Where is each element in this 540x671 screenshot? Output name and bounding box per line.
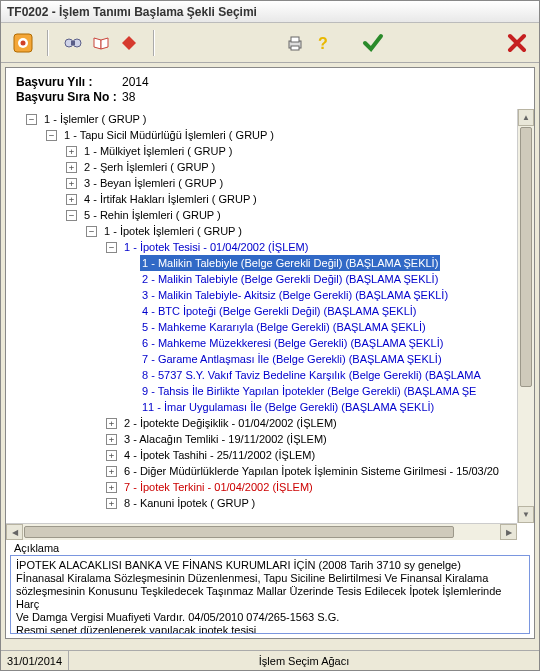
basvuru-yili-label: Başvuru Yılı : [16,75,120,89]
close-button[interactable] [503,29,531,57]
svg-rect-8 [291,46,299,50]
tree-item[interactable]: 3 - Malikin Talebiyle- Akitsiz (Belge Ge… [140,287,450,303]
expander[interactable]: − [46,130,57,141]
tree-item[interactable]: 2 - İpotekte Değişiklik - 01/04/2002 (İŞ… [122,415,339,431]
binoculars-icon [63,33,83,53]
tree-item[interactable]: 5 - Mahkeme Kararıyla (Belge Gerekli) (B… [140,319,428,335]
expander[interactable]: + [106,482,117,493]
horizontal-scrollbar[interactable]: ◀ ▶ [6,523,517,540]
expander[interactable]: + [66,178,77,189]
basvuru-sira-label: Başvuru Sıra No : [16,90,120,104]
description-line: sözleşmesinin Konusunu Teşkiledecek Taşı… [16,585,524,611]
expander[interactable]: − [26,114,37,125]
tree-item[interactable]: 4 - BTC İpoteği (Belge Gerekli Değil) (B… [140,303,419,319]
status-bar: 31/01/2014 İşlem Seçim Ağacı [1,650,539,670]
check-icon [362,32,384,54]
open-book-icon [91,33,111,53]
tree-item[interactable]: 8 - Kanuni İpotek ( GRUP ) [122,495,257,511]
status-date: 31/01/2014 [1,651,69,670]
search-button[interactable] [59,29,87,57]
tree-item[interactable]: 5 - Rehin İşlemleri ( GRUP ) [82,207,223,223]
tree-item[interactable]: 11 - İmar Uygulaması İle (Belge Gerekli)… [140,399,436,415]
svg-rect-5 [71,41,75,45]
tree-item[interactable]: 1 - Tapu Sicil Müdürlüğü İşlemleri ( GRU… [62,127,276,143]
tree-item-selected[interactable]: 1 - Malikin Talebiyle (Belge Gerekli Değ… [140,255,440,271]
close-icon [506,32,528,54]
description-line: İPOTEK ALACAKLISI BANKA VE FİNANS KURUML… [16,559,524,572]
tree-container: −1 - İşlemler ( GRUP ) −1 - Tapu Sicil M… [6,109,534,540]
book-button[interactable] [87,29,115,57]
scroll-right-button[interactable]: ▶ [500,524,517,540]
tree-item[interactable]: 3 - Alacağın Temliki - 19/11/2002 (İŞLEM… [122,431,329,447]
description-label: Açıklama [14,542,530,554]
tree-item[interactable]: 2 - Malikin Talebiyle (Belge Gerekli Değ… [140,271,440,287]
vertical-scrollbar[interactable]: ▲ ▼ [517,109,534,523]
help-button[interactable]: ? [309,29,337,57]
expander[interactable]: + [106,498,117,509]
tree-item[interactable]: 1 - İpotek İşlemleri ( GRUP ) [102,223,244,239]
tree-item[interactable]: 8 - 5737 S.Y. Vakıf Taviz Bedeline Karşı… [140,367,483,383]
content-panel: Başvuru Yılı : 2014 Başvuru Sıra No : 38… [5,67,535,639]
svg-text:?: ? [318,35,328,52]
tree-item[interactable]: 4 - İrtifak Hakları İşlemleri ( GRUP ) [82,191,259,207]
tree-item[interactable]: 1 - Mülkiyet İşlemleri ( GRUP ) [82,143,234,159]
separator [153,30,155,56]
print-button[interactable] [281,29,309,57]
expander[interactable]: + [66,162,77,173]
tree-item[interactable]: 7 - Garame Antlaşması İle (Belge Gerekli… [140,351,444,367]
separator [47,30,49,56]
tree-item[interactable]: 1 - İpotek Tesisi - 01/04/2002 (İŞLEM) [122,239,310,255]
header-fields: Başvuru Yılı : 2014 Başvuru Sıra No : 38 [6,68,534,109]
toolbar: ? [1,23,539,63]
scroll-up-button[interactable]: ▲ [518,109,534,126]
status-text: İşlem Seçim Ağacı [69,651,539,670]
expander[interactable]: + [66,146,77,157]
scroll-thumb[interactable] [520,127,532,387]
confirm-button[interactable] [359,29,387,57]
tree-item[interactable]: 4 - İpotek Tashihi - 25/11/2002 (İŞLEM) [122,447,317,463]
description-line: Ve Damga Vergisi Muafiyeti Vardır. 04/05… [16,611,524,624]
description-line: Fİnanasal Kiralama Sözleşmesinin Düzenle… [16,572,524,585]
svg-rect-7 [291,37,299,42]
tree-item[interactable]: 6 - Mahkeme Müzekkeresi (Belge Gerekli) … [140,335,445,351]
expander[interactable]: + [106,450,117,461]
diamond-icon [119,33,139,53]
app-icon-button[interactable] [9,29,37,57]
expander[interactable]: + [66,194,77,205]
svg-point-2 [21,40,26,45]
expander[interactable]: + [106,418,117,429]
scroll-left-button[interactable]: ◀ [6,524,23,540]
window-title: TF0202 - İşlem Tanımı Başlama Şekli Seçi… [7,5,257,19]
description-line: Resmi senet düzenlenerek yapılacak ipote… [16,624,524,634]
tree-item[interactable]: 7 - İpotek Terkini - 01/04/2002 (İŞLEM) [122,479,315,495]
printer-icon [285,33,305,53]
expander[interactable]: − [106,242,117,253]
shield-icon [12,32,34,54]
expander[interactable]: − [66,210,77,221]
title-bar: TF0202 - İşlem Tanımı Başlama Şekli Seçi… [1,1,539,23]
expander[interactable]: − [86,226,97,237]
expander[interactable]: + [106,434,117,445]
tree-item[interactable]: 9 - Tahsis İle Birlikte Yapılan İpotekle… [140,383,478,399]
description-panel: Açıklama İPOTEK ALACAKLISI BANKA VE FİNA… [10,540,530,634]
marker-button[interactable] [115,29,143,57]
scroll-thumb[interactable] [24,526,454,538]
basvuru-yili-value: 2014 [122,75,149,89]
tree-item[interactable]: 1 - İşlemler ( GRUP ) [42,111,148,127]
tree-item[interactable]: 2 - Şerh İşlemleri ( GRUP ) [82,159,217,175]
description-box: İPOTEK ALACAKLISI BANKA VE FİNANS KURUML… [10,555,530,634]
tree-item[interactable]: 6 - Diğer Müdürlüklerde Yapılan İpotek İ… [122,463,501,479]
tree-view[interactable]: −1 - İşlemler ( GRUP ) −1 - Tapu Sicil M… [6,109,534,540]
basvuru-sira-value: 38 [122,90,135,104]
tree-item[interactable]: 3 - Beyan İşlemleri ( GRUP ) [82,175,225,191]
question-icon: ? [313,33,333,53]
expander[interactable]: + [106,466,117,477]
scroll-down-button[interactable]: ▼ [518,506,534,523]
